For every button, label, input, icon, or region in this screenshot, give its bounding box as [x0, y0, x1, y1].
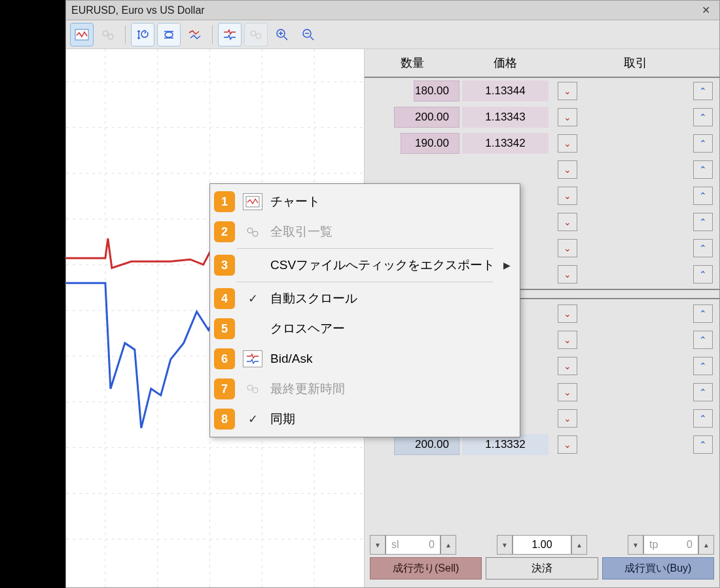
- buy-at-price-button[interactable]: ⌃: [693, 160, 713, 179]
- vol-up-icon[interactable]: ▲: [571, 535, 587, 555]
- volume-field-group: ▼ 1.00 ▲: [497, 535, 587, 555]
- sl-up-icon[interactable]: ▲: [441, 535, 456, 555]
- menu-separator: [236, 282, 494, 282]
- callout-badge: 1: [214, 191, 235, 212]
- close-position-button[interactable]: 決済: [486, 557, 598, 579]
- buy-at-price-button[interactable]: ⌃: [693, 187, 713, 205]
- vol-down-icon[interactable]: ▼: [497, 535, 513, 555]
- titlebar: EURUSD, Euro vs US Dollar ✕: [66, 1, 719, 20]
- trade-cell: ⌄⌃: [551, 134, 713, 153]
- svg-point-7: [256, 33, 261, 39]
- sl-field[interactable]: sl0: [386, 535, 441, 555]
- tp-field[interactable]: tp0: [643, 535, 698, 555]
- callout-badge: 7: [214, 378, 235, 399]
- menu-item[interactable]: 6Bid/Ask: [210, 344, 520, 374]
- callout-badge: 5: [214, 318, 235, 339]
- trade-cell: ⌄⌃: [551, 82, 713, 100]
- header-trade: 取引: [551, 49, 719, 77]
- circles-icon: [243, 380, 262, 397]
- menu-item-label: Bid/Ask: [270, 352, 511, 366]
- sell-at-price-button[interactable]: ⌄: [558, 187, 577, 205]
- tp-down-icon[interactable]: ▼: [628, 535, 643, 555]
- menu-item[interactable]: 5クロスヘアー: [210, 314, 520, 344]
- toolbar-separator: [212, 26, 213, 44]
- sell-at-price-button[interactable]: ⌄: [558, 108, 577, 126]
- buy-at-price-button[interactable]: ⌃: [693, 409, 713, 428]
- buy-button[interactable]: 成行買い(Buy): [602, 557, 714, 579]
- trade-cell: ⌄⌃: [551, 108, 713, 126]
- callout-badge: 4: [214, 288, 235, 309]
- sell-at-price-button[interactable]: ⌄: [558, 304, 577, 323]
- menu-item[interactable]: 4✓自動スクロール: [210, 284, 520, 314]
- sl-field-group: ▼ sl0 ▲: [370, 535, 456, 555]
- buy-at-price-button[interactable]: ⌃: [693, 108, 713, 126]
- callout-badge: 6: [214, 348, 235, 369]
- buy-at-price-button[interactable]: ⌃: [693, 265, 713, 284]
- buy-at-price-button[interactable]: ⌃: [693, 331, 713, 349]
- menu-item-label: クロスヘアー: [270, 320, 511, 337]
- svg-point-35: [253, 388, 258, 393]
- trade-cell: ⌄⌃: [551, 160, 713, 179]
- menu-item-label: CSVファイルへティックをエクスポート: [270, 257, 495, 274]
- window-title: EURUSD, Euro vs US Dollar: [71, 5, 205, 16]
- sell-at-price-button[interactable]: ⌄: [558, 383, 577, 401]
- menu-item-label: 自動スクロール: [270, 290, 511, 307]
- chart-mode-icon[interactable]: [70, 23, 94, 46]
- zoom-out-icon[interactable]: [297, 23, 320, 46]
- bidask-small-icon[interactable]: [183, 23, 207, 46]
- sell-at-price-button[interactable]: ⌄: [558, 435, 577, 454]
- buy-at-price-button[interactable]: ⌃: [693, 383, 713, 401]
- buy-at-price-button[interactable]: ⌃: [693, 82, 713, 100]
- buy-at-price-button[interactable]: ⌃: [693, 134, 713, 153]
- menu-item[interactable]: 1チャート: [210, 187, 520, 217]
- menu-separator: [236, 248, 494, 249]
- trade-cell: ⌄⌃: [551, 239, 713, 257]
- volume-field[interactable]: 1.00: [513, 535, 571, 555]
- sl-down-icon[interactable]: ▼: [370, 535, 386, 555]
- qty-cell: 180.00: [365, 78, 459, 104]
- order-row: 180.001.13344⌄⌃: [365, 78, 719, 104]
- bottom-controls: ▼ sl0 ▲ ▼ 1.00 ▲ ▼ tp0 ▲: [365, 532, 719, 587]
- menu-item[interactable]: 3CSVファイルへティックをエクスポート▶: [210, 250, 520, 280]
- buy-at-price-button[interactable]: ⌃: [693, 239, 713, 257]
- tp-field-group: ▼ tp0 ▲: [628, 535, 714, 555]
- sell-button[interactable]: 成行売り(Sell): [370, 557, 482, 579]
- sell-at-price-button[interactable]: ⌄: [558, 357, 577, 375]
- buy-at-price-button[interactable]: ⌃: [693, 213, 713, 231]
- submenu-arrow-icon: ▶: [503, 260, 511, 270]
- trade-cell: ⌄⌃: [551, 265, 713, 284]
- price-cell: [459, 156, 551, 183]
- svg-point-2: [108, 34, 113, 39]
- menu-item[interactable]: 8✓同期: [210, 404, 520, 434]
- order-row: 200.001.13343⌄⌃: [365, 104, 719, 130]
- sell-at-price-button[interactable]: ⌄: [558, 331, 577, 349]
- buy-at-price-button[interactable]: ⌃: [693, 357, 713, 375]
- svg-line-13: [310, 37, 314, 40]
- sell-at-price-button[interactable]: ⌄: [558, 265, 577, 284]
- signal-icon[interactable]: [218, 23, 242, 46]
- menu-item-label: 最終更新時間: [270, 380, 511, 397]
- zoom-in-icon[interactable]: [270, 23, 294, 46]
- back-candle-icon[interactable]: [131, 23, 154, 46]
- toolbar-separator: [125, 26, 126, 44]
- menu-item-label: 全取引一覧: [270, 223, 511, 240]
- tp-up-icon[interactable]: ▲: [698, 535, 714, 555]
- header-price: 価格: [459, 49, 551, 77]
- align-icon[interactable]: [157, 23, 181, 46]
- sell-at-price-button[interactable]: ⌄: [558, 82, 577, 100]
- sell-at-price-button[interactable]: ⌄: [558, 134, 577, 153]
- buy-at-price-button[interactable]: ⌃: [693, 304, 713, 323]
- qty-cell: 190.00: [365, 130, 459, 156]
- qty-cell: [365, 156, 459, 183]
- svg-point-33: [253, 231, 258, 236]
- sell-at-price-button[interactable]: ⌄: [558, 160, 577, 179]
- context-menu: 1チャート2全取引一覧3CSVファイルへティックをエクスポート▶4✓自動スクロー…: [209, 183, 520, 437]
- trade-cell: ⌄⌃: [551, 187, 713, 205]
- close-icon[interactable]: ✕: [698, 4, 714, 16]
- sell-at-price-button[interactable]: ⌄: [558, 213, 577, 231]
- sell-at-price-button[interactable]: ⌄: [558, 239, 577, 257]
- trade-cell: ⌄⌃: [551, 331, 713, 349]
- sell-at-price-button[interactable]: ⌄: [558, 409, 577, 428]
- chart-icon: [243, 193, 262, 210]
- buy-at-price-button[interactable]: ⌃: [693, 435, 713, 454]
